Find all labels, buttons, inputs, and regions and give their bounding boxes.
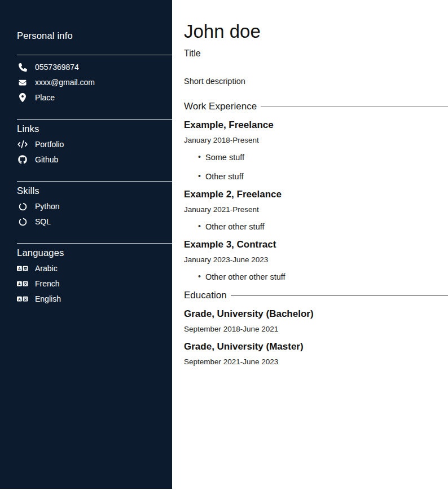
work-experience-header: Work Experience [184, 101, 448, 112]
language-icon: A [17, 295, 28, 303]
bullet-item: Other other stuff [205, 222, 448, 232]
skills-heading: Skills [17, 186, 155, 196]
education-entry: Grade, University (Master) September 202… [184, 341, 448, 367]
education-entry: Grade, University (Bachelor) September 2… [184, 308, 448, 334]
job-period: January 2018-Present [184, 136, 448, 145]
bullet-item: Other stuff [205, 172, 448, 182]
email-address: xxxx@gmail.com [35, 77, 95, 88]
phone-icon [17, 63, 28, 72]
bullet-item: Other other other stuff [205, 272, 448, 282]
section-rule [231, 295, 448, 296]
candidate-title: Title [184, 48, 448, 59]
languages-heading: Languages [17, 248, 155, 258]
job-title: Example, Freelance [184, 119, 448, 131]
portfolio-link-label: Portfolio [35, 139, 64, 150]
job-bullet-list: Other other other stuff [184, 272, 448, 282]
sidebar-divider [17, 119, 172, 120]
education-header: Education [184, 290, 448, 301]
link-item-portfolio[interactable]: Portfolio [17, 139, 155, 150]
candidate-name: John doe [184, 21, 448, 42]
links-heading: Links [17, 123, 155, 134]
degree-period: September 2018-June 2021 [184, 325, 448, 334]
degree-title: Grade, University (Bachelor) [184, 308, 448, 320]
svg-text:A: A [18, 297, 21, 301]
section-rule [261, 107, 448, 107]
language-item-arabic: A Arabic [17, 263, 155, 274]
sidebar-divider [17, 243, 172, 244]
education-heading: Education [184, 290, 227, 301]
resume-page: Personal info 0557369874 xxxx@gmail.com … [0, 0, 448, 490]
circle-notch-icon [17, 218, 28, 226]
language-item-english: A English [17, 293, 155, 304]
language-icon: A [17, 264, 28, 272]
work-entry: Example 3, Contract January 2023-June 20… [184, 239, 448, 282]
job-title: Example 3, Contract [184, 239, 448, 250]
job-period: January 2021-Present [184, 205, 448, 214]
skill-label: SQL [35, 217, 51, 227]
work-entry: Example, Freelance January 2018-Present … [184, 119, 448, 182]
contact-item-email: xxxx@gmail.com [17, 77, 155, 88]
link-item-github[interactable]: Github [17, 154, 155, 165]
language-item-french: A French [17, 278, 155, 289]
job-period: January 2023-June 2023 [184, 255, 448, 264]
envelope-icon [17, 79, 28, 86]
resume-body: John doe Title Short description Work Ex… [172, 0, 448, 490]
language-label: French [35, 279, 60, 289]
contact-item-phone: 0557369874 [17, 61, 155, 73]
github-link-label: Github [35, 154, 58, 165]
job-bullet-list: Some stuff Other stuff [184, 153, 448, 182]
language-label: Arabic [35, 263, 58, 274]
short-description: Short description [184, 77, 448, 86]
contact-item-place: Place [17, 92, 155, 103]
sidebar: Personal info 0557369874 xxxx@gmail.com … [0, 0, 172, 489]
sidebar-divider [17, 55, 172, 55]
map-marker-icon [17, 93, 28, 102]
skill-label: Python [35, 201, 60, 212]
sidebar-divider [17, 181, 172, 182]
language-icon: A [17, 280, 28, 288]
phone-number: 0557369874 [35, 62, 79, 73]
code-icon [17, 140, 28, 148]
skill-item-python: Python [17, 201, 155, 212]
skill-item-sql: SQL [17, 216, 155, 227]
svg-text:A: A [18, 282, 21, 286]
circle-notch-icon [17, 202, 28, 211]
work-experience-heading: Work Experience [184, 101, 257, 112]
svg-text:A: A [18, 267, 21, 271]
degree-title: Grade, University (Master) [184, 341, 448, 352]
work-entry: Example 2, Freelance January 2021-Presen… [184, 188, 448, 232]
job-title: Example 2, Freelance [184, 188, 448, 200]
personal-info-heading: Personal info [17, 30, 155, 41]
place-label: Place [35, 92, 55, 103]
degree-period: September 2021-June 2023 [184, 357, 448, 367]
github-icon [17, 155, 28, 164]
bullet-item: Some stuff [205, 153, 448, 162]
language-label: English [35, 294, 61, 304]
job-bullet-list: Other other stuff [184, 222, 448, 232]
